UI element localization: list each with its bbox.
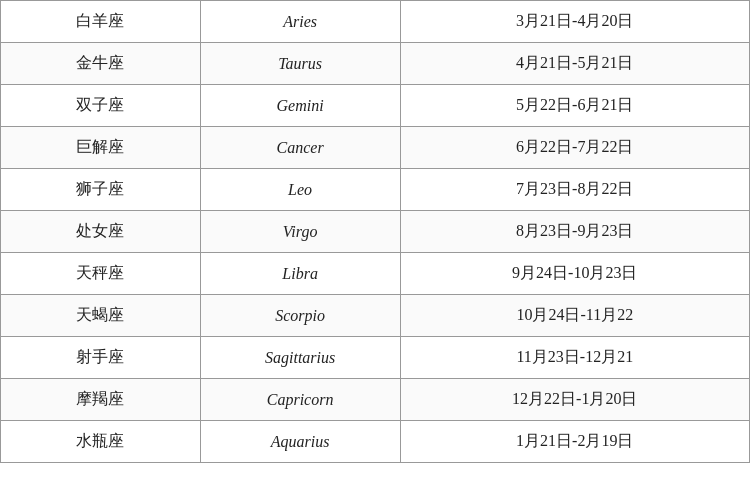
table-row: 白羊座Aries3月21日-4月20日 (1, 1, 750, 43)
chinese-name: 射手座 (1, 337, 201, 379)
english-name: Sagittarius (200, 337, 400, 379)
chinese-name: 天秤座 (1, 253, 201, 295)
date-range: 12月22日-1月20日 (400, 379, 749, 421)
table-row: 天蝎座Scorpio10月24日-11月22 (1, 295, 750, 337)
chinese-name: 处女座 (1, 211, 201, 253)
date-range: 8月23日-9月23日 (400, 211, 749, 253)
date-range: 3月21日-4月20日 (400, 1, 749, 43)
date-range: 5月22日-6月21日 (400, 85, 749, 127)
table-row: 射手座Sagittarius11月23日-12月21 (1, 337, 750, 379)
english-name: Libra (200, 253, 400, 295)
date-range: 6月22日-7月22日 (400, 127, 749, 169)
table-row: 巨解座Cancer6月22日-7月22日 (1, 127, 750, 169)
table-row: 双子座Gemini5月22日-6月21日 (1, 85, 750, 127)
zodiac-table: 白羊座Aries3月21日-4月20日金牛座Taurus4月21日-5月21日双… (0, 0, 750, 463)
english-name: Capricorn (200, 379, 400, 421)
table-row: 水瓶座Aquarius1月21日-2月19日 (1, 421, 750, 463)
english-name: Aries (200, 1, 400, 43)
english-name: Cancer (200, 127, 400, 169)
english-name: Scorpio (200, 295, 400, 337)
chinese-name: 双子座 (1, 85, 201, 127)
chinese-name: 天蝎座 (1, 295, 201, 337)
date-range: 11月23日-12月21 (400, 337, 749, 379)
date-range: 4月21日-5月21日 (400, 43, 749, 85)
english-name: Gemini (200, 85, 400, 127)
chinese-name: 金牛座 (1, 43, 201, 85)
date-range: 10月24日-11月22 (400, 295, 749, 337)
date-range: 9月24日-10月23日 (400, 253, 749, 295)
date-range: 1月21日-2月19日 (400, 421, 749, 463)
chinese-name: 水瓶座 (1, 421, 201, 463)
table-row: 狮子座Leo7月23日-8月22日 (1, 169, 750, 211)
table-row: 摩羯座Capricorn12月22日-1月20日 (1, 379, 750, 421)
chinese-name: 摩羯座 (1, 379, 201, 421)
english-name: Virgo (200, 211, 400, 253)
english-name: Taurus (200, 43, 400, 85)
table-row: 金牛座Taurus4月21日-5月21日 (1, 43, 750, 85)
chinese-name: 狮子座 (1, 169, 201, 211)
date-range: 7月23日-8月22日 (400, 169, 749, 211)
chinese-name: 巨解座 (1, 127, 201, 169)
chinese-name: 白羊座 (1, 1, 201, 43)
table-row: 处女座Virgo8月23日-9月23日 (1, 211, 750, 253)
table-row: 天秤座Libra9月24日-10月23日 (1, 253, 750, 295)
english-name: Aquarius (200, 421, 400, 463)
english-name: Leo (200, 169, 400, 211)
